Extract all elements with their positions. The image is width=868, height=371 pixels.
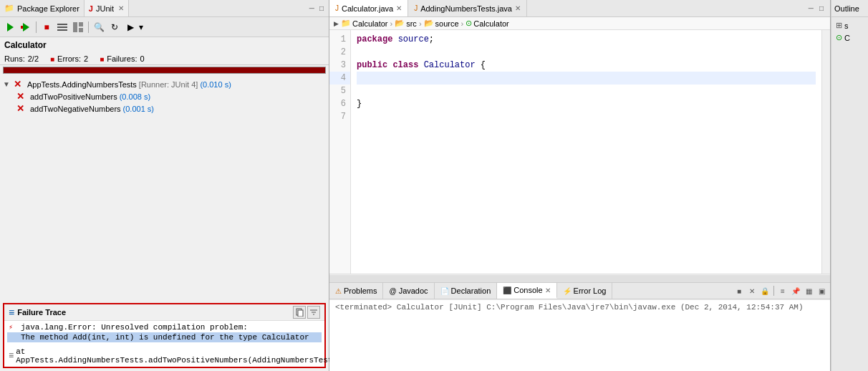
tab-calculator-java-close[interactable]: ✕ [396,4,402,12]
editor-scrollbar[interactable] [821,30,830,274]
right-tab-bar: Outline [831,0,868,17]
maximize-btn[interactable]: □ [317,4,326,12]
test2-label: addTwoNegativeNumbers [30,105,121,113]
search-button[interactable]: 🔍 [92,20,106,34]
tree-item-suite[interactable]: ▼ ✕ AppTests.AddingNumbersTests [Runner:… [0,78,329,90]
test1-label: addTwoPositiveNumbers [30,92,117,101]
tab-declaration-label: Declaration [451,286,491,295]
tab-calculator-java[interactable]: J Calculator.java ✕ [329,0,408,16]
console-clear-btn[interactable]: ✕ [746,285,758,297]
right-item-c[interactable]: ⊙ C [834,32,865,43]
test2-time: (0.001 s) [123,105,154,113]
failure-line-1[interactable]: ⚡ java.lang.Error: Unresolved compilatio… [7,322,322,332]
rerun-button[interactable] [3,20,17,34]
editor-maximize-btn[interactable]: □ [817,4,826,12]
refresh-button[interactable]: ↻ [107,20,122,34]
minimize-btn[interactable]: ─ [307,4,317,12]
code-line-7 [357,110,816,123]
bc-class-label: Calculator [473,19,509,28]
errors-stat: ■ Errors: 2 [50,54,88,63]
calculator-title: Calculator [0,37,329,53]
stop-button[interactable]: ■ [39,20,54,34]
tree-item-test2[interactable]: ✕ addTwoNegativeNumbers (0.001 s) [0,102,329,115]
tab-javadoc-label: Javadoc [399,286,428,295]
bc-class[interactable]: ⊙ Calculator [466,19,509,28]
tab-error-log[interactable]: ⚡ Error Log [557,283,613,299]
tab-package-explorer[interactable]: 📁 Package Explorer [0,0,85,16]
svg-rect-5 [57,29,67,31]
history-button[interactable] [55,20,69,34]
console-view1-btn[interactable]: ▦ [803,285,814,297]
line-num-2: 2 [329,46,350,59]
editor-minimize-btn[interactable]: ─ [806,4,816,12]
failure-line-3[interactable]: ≡ at AppTests.AddingNumbersTests.addTwoP… [7,347,322,365]
progress-bar-fill [4,67,325,73]
view-menu-button[interactable]: ▾ [139,22,143,32]
bc-src-icon: 📂 [395,19,405,28]
tab-error-log-label: Error Log [574,286,607,295]
center-panel: J Calculator.java ✕ J AddingNumbersTests… [329,0,831,371]
console-word-wrap-btn[interactable]: ≡ [777,285,789,297]
progress-bar [3,67,326,74]
problems-icon: ⚠ [335,287,342,295]
tab-console[interactable]: ⬛ Console ✕ [497,283,556,299]
bc-source[interactable]: 📂 source [424,19,459,28]
suite-label: AppTests.AddingNumbersTests [27,80,137,89]
console-toolbar: ■ ✕ 🔒 ≡ 📌 ▦ ▣ [733,285,830,297]
suite-expand-icon[interactable]: ▼ [3,80,11,88]
test2-error-icon: ✕ [16,103,28,114]
tab-addingnumbers-close[interactable]: ✕ [515,4,521,12]
code-area[interactable]: package source; public class Calculator … [351,30,821,274]
console-icon: ⬛ [503,286,511,294]
bc-src-label: src [406,19,417,28]
layout-button[interactable] [71,20,85,34]
bc-source-icon: 📂 [424,19,434,28]
failure-trace-title: Failure Trace [17,308,66,317]
bc-src[interactable]: 📂 src [395,19,417,28]
failure-filter-button[interactable] [307,306,320,319]
failure-line-2[interactable]: The method Add(int, int) is undefined fo… [7,332,322,342]
console-stop-btn[interactable]: ■ [733,285,745,297]
console-pin-btn[interactable]: 📌 [790,285,801,297]
svg-rect-4 [57,26,67,28]
right-item-s[interactable]: ⊞ s [834,20,865,31]
bc-folder-icon: 📁 [341,19,351,28]
right-panel: Outline ⊞ s ⊙ C [831,0,868,371]
more-button[interactable]: ▶ [123,20,138,34]
bc-calculator[interactable]: 📁 Calculator [341,19,388,28]
editor-h-scroll[interactable] [329,274,830,282]
line-num-1: 1 [329,33,350,46]
bc-source-label: source [435,19,459,28]
tab-javadoc[interactable]: @ Javadoc [383,283,434,299]
tab-declaration[interactable]: 📄 Declaration [435,283,498,299]
failure-copy-button[interactable] [293,306,306,319]
tab-calculator-java-label: Calculator.java [342,4,393,13]
rerun-failed-button[interactable] [19,20,33,34]
tab-junit-close[interactable]: ✕ [118,4,124,12]
right-item-c-label: C [844,34,850,42]
failure-icon: ■ [100,55,104,63]
code-line-4 [357,72,816,85]
failure-trace-icon: ≡ [9,307,14,318]
tab-addingnumbers-java[interactable]: J AddingNumbersTests.java ✕ [408,0,527,16]
bc-play-icon[interactable]: ▶ [334,20,339,27]
toolbar-sep-2 [88,21,89,33]
tab-problems[interactable]: ⚠ Problems [329,283,383,299]
tab-junit[interactable]: J JUnit ✕ [85,0,129,16]
code-line-6: } [357,97,816,110]
tab-console-close[interactable]: ✕ [545,286,551,294]
tab-console-label: Console [513,286,542,294]
console-scroll-lock-btn[interactable]: 🔒 [759,285,771,297]
left-panel: 📁 Package Explorer J JUnit ✕ ─ □ ■ [0,0,329,371]
javadoc-icon: @ [389,287,396,295]
tree-item-test1[interactable]: ✕ addTwoPositiveNumbers (0.008 s) [0,90,329,102]
svg-marker-1 [23,23,29,32]
right-panel-content: ⊞ s ⊙ C [831,17,868,46]
console-view2-btn[interactable]: ▣ [816,285,827,297]
runs-label: Runs: [4,54,25,63]
failures-value: 0 [140,54,144,63]
test-tree: ▼ ✕ AppTests.AddingNumbersTests [Runner:… [0,75,329,300]
tab-addingnumbers-label: AddingNumbersTests.java [420,4,512,13]
right-item-c-icon: ⊙ [836,33,842,42]
toolbar-sep-1 [36,21,37,33]
